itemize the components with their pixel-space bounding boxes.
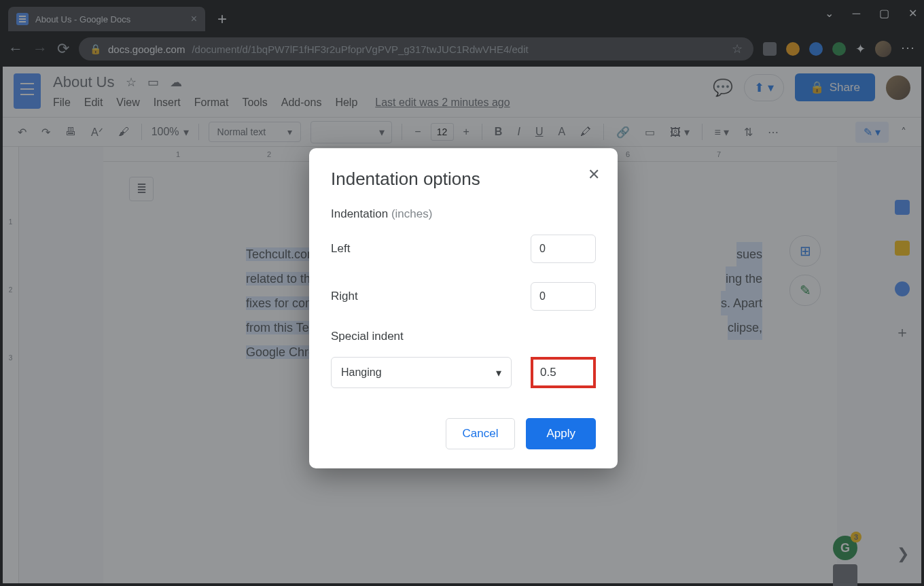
special-indent-select[interactable]: Hanging▾	[331, 357, 512, 388]
apply-button[interactable]: Apply	[526, 418, 596, 449]
left-indent-input[interactable]	[531, 235, 596, 263]
close-dialog-button[interactable]: ✕	[588, 166, 600, 184]
indentation-section-label: Indentation (inches)	[331, 207, 596, 221]
special-indent-label: Special indent	[331, 330, 596, 343]
cancel-button[interactable]: Cancel	[446, 418, 516, 449]
indentation-options-dialog: Indentation options ✕ Indentation (inche…	[309, 148, 618, 468]
right-indent-input[interactable]	[531, 282, 596, 311]
chevron-down-icon: ▾	[496, 366, 501, 379]
right-indent-label: Right	[331, 290, 358, 303]
special-indent-value-input[interactable]: 0.5	[531, 357, 596, 388]
dialog-title: Indentation options	[331, 169, 596, 190]
left-indent-label: Left	[331, 242, 350, 256]
